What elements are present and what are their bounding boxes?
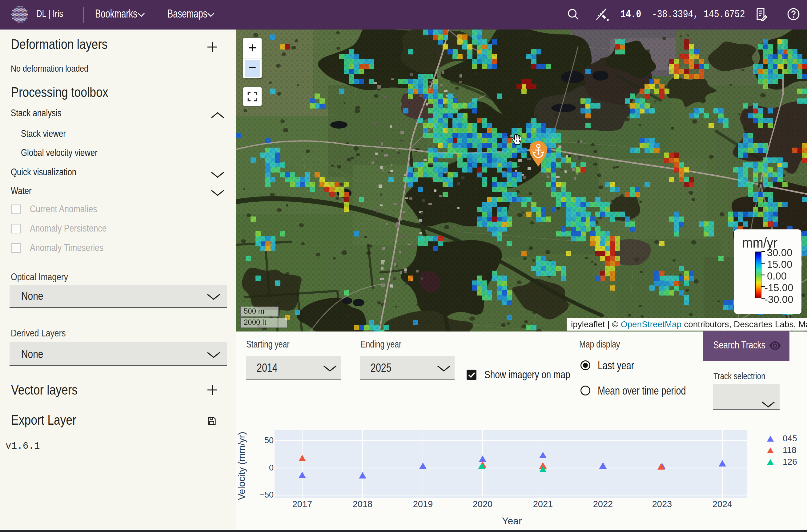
svg-text:Velocity (mm/yr): Velocity (mm/yr) [236,432,247,500]
